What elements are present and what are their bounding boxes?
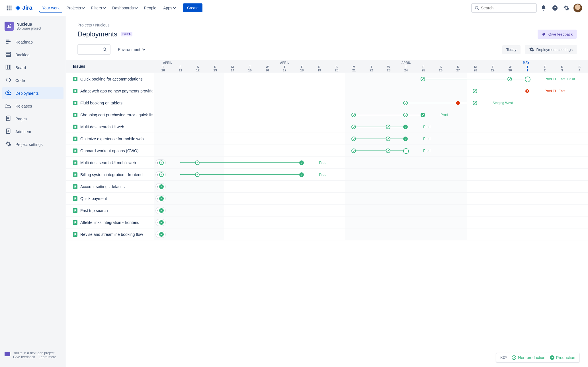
issue-row: Optimize experience for mobile webProd: [66, 133, 588, 145]
sidebar-item-project-settings[interactable]: Project settings: [2, 138, 63, 150]
search-icon: [103, 47, 107, 52]
issue-cell[interactable]: Billing system integration - frontend: [66, 172, 154, 177]
deployment-label[interactable]: Staging West: [493, 101, 513, 105]
deployment-label[interactable]: Prod: [423, 149, 430, 153]
deploy-marker[interactable]: [403, 137, 408, 141]
issue-cell[interactable]: Fast trip search: [66, 208, 154, 213]
timeline-rows[interactable]: Quick booking for accommodationsProd EU …: [66, 73, 588, 367]
deploy-marker[interactable]: [299, 172, 304, 177]
breadcrumb-project[interactable]: Nucleus: [95, 23, 110, 27]
deploy-marker[interactable]: [403, 101, 408, 105]
deploy-marker[interactable]: [351, 113, 356, 117]
nav-your-work[interactable]: Your work: [39, 3, 63, 13]
sidebar-item-add-item[interactable]: Add item: [2, 125, 63, 138]
issue-cell[interactable]: Multi-dest search UI mobileweb: [66, 160, 154, 165]
global-search[interactable]: [471, 3, 537, 13]
deploy-marker[interactable]: [421, 77, 425, 81]
issue-cell[interactable]: Quick payment: [66, 196, 154, 201]
deployments-settings-button[interactable]: Deployments settings: [525, 45, 577, 54]
sidebar-item-releases[interactable]: Releases: [2, 100, 63, 112]
deploy-marker[interactable]: [421, 113, 425, 117]
earlier-pill[interactable]: ‹: [155, 183, 166, 190]
create-button[interactable]: Create: [183, 3, 202, 12]
day-header: T29: [484, 60, 501, 73]
deploy-marker[interactable]: [525, 77, 529, 81]
issue-cell[interactable]: Fluid booking on tablets: [66, 101, 154, 105]
sidebar-item-backlog[interactable]: Backlog: [2, 49, 63, 61]
project-avatar-icon: [5, 22, 14, 31]
sidebar-item-code[interactable]: Code: [2, 74, 63, 86]
issue-row: Multi-dest search UI webProd: [66, 121, 588, 133]
earlier-pill[interactable]: ‹: [155, 159, 166, 166]
app-switcher-icon[interactable]: [6, 5, 13, 11]
today-button[interactable]: Today: [502, 45, 521, 54]
day-header: W16: [259, 60, 276, 73]
deploy-marker[interactable]: [195, 172, 200, 177]
earlier-pill[interactable]: ‹: [155, 171, 166, 178]
earlier-pill[interactable]: ‹: [155, 195, 166, 202]
megaphone-icon: [542, 32, 546, 36]
deployment-label[interactable]: Prod EU East + 3 ot: [545, 77, 575, 81]
issue-cell[interactable]: Adapt web app no new payments provide: [66, 89, 154, 93]
earlier-pill[interactable]: ‹: [155, 231, 166, 238]
issue-cell[interactable]: Optimize experience for mobile web: [66, 137, 154, 141]
deploy-marker[interactable]: [473, 101, 477, 105]
nav-projects[interactable]: Projects: [63, 3, 87, 13]
deploy-marker[interactable]: [507, 77, 512, 81]
sidebar-item-roadmap[interactable]: Roadmap: [2, 36, 63, 48]
settings-icon[interactable]: [562, 3, 571, 13]
deploy-marker[interactable]: [351, 125, 356, 129]
earlier-pill[interactable]: ‹: [155, 207, 166, 214]
earlier-pill[interactable]: ‹: [155, 219, 166, 226]
deploy-marker[interactable]: [351, 137, 356, 141]
issue-cell[interactable]: Account settings defaults: [66, 184, 154, 189]
give-feedback-button[interactable]: Give feedback: [538, 30, 577, 39]
issue-cell[interactable]: Quick booking for accommodations: [66, 77, 154, 81]
deploy-marker[interactable]: [386, 137, 390, 141]
issue-row: Quick payment‹: [66, 193, 588, 205]
deployment-label[interactable]: Prod: [319, 161, 326, 165]
sidebar-feedback-link[interactable]: Give feedback: [13, 355, 35, 359]
issue-cell[interactable]: Affelite links integration - frontend: [66, 220, 154, 225]
deploy-marker[interactable]: [403, 113, 408, 117]
search-input[interactable]: [481, 6, 533, 10]
nav-dashboards[interactable]: Dashboards: [109, 3, 140, 13]
nav-apps[interactable]: Apps: [160, 3, 179, 13]
issue-cell[interactable]: Shopping cart purchasing error - quick f…: [66, 113, 154, 117]
user-avatar[interactable]: [573, 3, 582, 13]
nav-filters[interactable]: Filters: [88, 3, 108, 13]
project-header[interactable]: Nucleus Software project: [2, 22, 63, 35]
deploy-marker[interactable]: [403, 149, 408, 153]
sidebar-learn-link[interactable]: Learn more: [39, 355, 56, 359]
issue-cell[interactable]: Onboard workout options (OWO): [66, 149, 154, 153]
deploy-marker[interactable]: [386, 149, 390, 153]
deployment-label[interactable]: Prod: [319, 173, 326, 177]
deploy-error-icon[interactable]: !: [456, 100, 460, 105]
deploy-marker[interactable]: [351, 149, 356, 153]
deployment-label[interactable]: Prod: [423, 137, 430, 141]
deploy-marker[interactable]: [403, 125, 408, 129]
breadcrumb-projects[interactable]: Projects: [77, 23, 92, 27]
deployment-label[interactable]: Prod: [441, 113, 448, 117]
issue-cell[interactable]: Revise and streamline booking flow: [66, 232, 154, 237]
sidebar-item-pages[interactable]: Pages: [2, 113, 63, 125]
deployment-label[interactable]: Prod EU East: [545, 89, 566, 93]
issue-search[interactable]: [77, 44, 110, 55]
environment-dropdown[interactable]: Environment: [115, 46, 148, 53]
jira-logo[interactable]: Jira: [15, 5, 32, 11]
deploy-marker[interactable]: [473, 89, 477, 93]
help-icon[interactable]: ?: [550, 3, 560, 13]
sidebar-item-board[interactable]: Board: [2, 61, 63, 74]
day-header: F25: [415, 60, 432, 73]
deployment-label[interactable]: Prod: [423, 125, 430, 129]
deploy-marker[interactable]: [195, 160, 200, 165]
svg-rect-15: [6, 41, 11, 42]
deploy-marker[interactable]: [299, 160, 304, 165]
notifications-icon[interactable]: [539, 3, 548, 13]
deploy-error-icon[interactable]: !: [525, 88, 530, 93]
day-header: S27: [449, 60, 467, 73]
nav-people[interactable]: People: [141, 3, 159, 13]
issue-cell[interactable]: Multi-dest search UI web: [66, 125, 154, 129]
deploy-marker[interactable]: [386, 125, 390, 129]
sidebar-item-deployments[interactable]: Deployments: [2, 87, 63, 99]
